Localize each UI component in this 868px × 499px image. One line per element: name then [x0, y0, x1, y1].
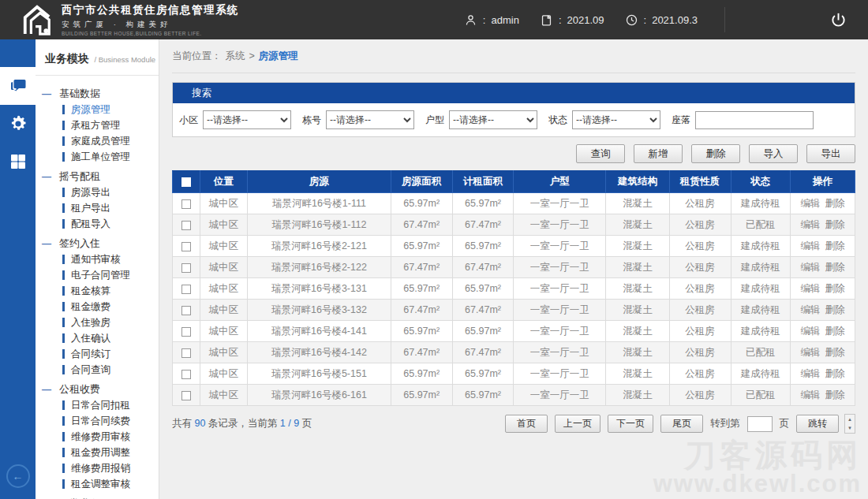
action-删除[interactable]: 删除: [825, 262, 844, 273]
action-编辑[interactable]: 编辑: [800, 262, 820, 273]
table-cell: 67.47m²: [391, 214, 452, 236]
action-编辑[interactable]: 编辑: [800, 240, 820, 251]
action-删除[interactable]: 删除: [825, 389, 844, 400]
page-button-下一页[interactable]: 下一页: [608, 415, 653, 433]
table-cell: 一室一厅一卫: [514, 342, 606, 363]
action-删除[interactable]: 删除: [825, 304, 844, 315]
action-删除[interactable]: 删除: [825, 368, 844, 379]
row-checkbox[interactable]: [181, 242, 191, 251]
row-checkbox[interactable]: [181, 348, 191, 358]
search-panel-title: 搜索: [173, 83, 855, 103]
action-编辑[interactable]: 编辑: [800, 219, 820, 230]
sidebar-item-家庭成员管理[interactable]: 家庭成员管理: [36, 133, 159, 149]
row-actions: 编辑删除: [790, 278, 855, 300]
table-row: 城中区瑞景河畔16号楼1-11267.47m²67.47m²一室一厅一卫混凝土公…: [173, 214, 855, 236]
sidebar-item-维修费用审核[interactable]: 维修费用审核: [36, 429, 159, 445]
header-divider: [724, 7, 725, 32]
location-input[interactable]: [695, 111, 814, 129]
sidebar-item-入住验房[interactable]: 入住验房: [36, 315, 159, 330]
breadcrumb-separator: >: [249, 50, 255, 61]
breadcrumb-current[interactable]: 房源管理: [259, 50, 298, 63]
action-编辑[interactable]: 编辑: [800, 347, 820, 358]
sidebar-item-通知书审核[interactable]: 通知书审核: [36, 251, 159, 267]
menu-group-日常业务[interactable]: —日常业务: [36, 496, 159, 499]
table-cell: 建成待租: [731, 236, 790, 257]
row-checkbox[interactable]: [181, 199, 191, 209]
action-编辑[interactable]: 编辑: [800, 283, 820, 294]
row-checkbox[interactable]: [181, 306, 191, 315]
toolbar-button-导入[interactable]: 导入: [749, 144, 798, 163]
filter-select-户型[interactable]: --请选择--: [449, 110, 537, 129]
action-删除[interactable]: 删除: [825, 198, 844, 209]
action-删除[interactable]: 删除: [825, 240, 844, 251]
menu-group-公租收费[interactable]: —公租收费: [36, 382, 159, 397]
jump-button[interactable]: 跳转: [796, 415, 839, 433]
item-bar-icon: [62, 203, 65, 213]
row-checkbox[interactable]: [181, 327, 191, 337]
sidebar-item-合同续订[interactable]: 合同续订: [36, 346, 159, 362]
action-删除[interactable]: 删除: [825, 219, 844, 230]
sidebar-item-租金调整审核[interactable]: 租金调整审核: [36, 476, 159, 492]
sidebar-item-租金缴费[interactable]: 租金缴费: [36, 299, 159, 315]
action-删除[interactable]: 删除: [825, 347, 844, 358]
logout-power-button[interactable]: [829, 11, 847, 29]
action-删除[interactable]: 删除: [825, 283, 844, 294]
action-编辑[interactable]: 编辑: [800, 389, 820, 400]
action-编辑[interactable]: 编辑: [800, 304, 820, 315]
menu-group-签约入住[interactable]: —签约入住: [36, 236, 159, 251]
row-checkbox[interactable]: [181, 221, 191, 230]
summary-part: 1 / 9: [280, 418, 299, 429]
sidebar-item-房源导出[interactable]: 房源导出: [36, 184, 159, 200]
sidebar-item-施工单位管理[interactable]: 施工单位管理: [36, 149, 159, 165]
toolbar-button-导出[interactable]: 导出: [806, 144, 855, 163]
page-button-尾页[interactable]: 尾页: [660, 415, 703, 433]
row-checkbox[interactable]: [181, 391, 191, 400]
sidebar-item-租户导出[interactable]: 租户导出: [36, 200, 159, 216]
sidebar-item-承租方管理[interactable]: 承租方管理: [36, 117, 159, 133]
sidebar-item-维修费用报销[interactable]: 维修费用报销: [36, 460, 159, 476]
colon: :: [559, 14, 562, 26]
action-编辑[interactable]: 编辑: [800, 368, 820, 379]
sidebar-item-配租导入[interactable]: 配租导入: [36, 216, 159, 232]
table-cell: 65.97m²: [391, 363, 452, 385]
table-cell: 城中区: [200, 321, 248, 342]
page-button-上一页[interactable]: 上一页: [555, 415, 600, 433]
toolbar-button-查询[interactable]: 查询: [576, 144, 625, 163]
rail-item-settings[interactable]: [0, 105, 36, 143]
action-编辑[interactable]: 编辑: [800, 198, 820, 209]
table-header-row: 位置房源房源面积计租面积户型建筑结构租赁性质状态操作: [173, 171, 855, 193]
row-checkbox[interactable]: [181, 285, 191, 294]
select-all-checkbox[interactable]: [181, 177, 191, 187]
page-spinner: ▲▼: [844, 414, 855, 434]
rail-item-business-module[interactable]: [0, 67, 36, 105]
table-cell: 65.97m²: [452, 321, 514, 342]
sidebar-item-电子合同管理[interactable]: 电子合同管理: [36, 267, 159, 283]
row-actions: 编辑删除: [790, 385, 855, 406]
menu-group-基础数据[interactable]: —基础数据: [36, 86, 159, 102]
filter-select-栋号[interactable]: --请选择--: [326, 110, 414, 129]
sidebar-item-入住确认[interactable]: 入住确认: [36, 330, 159, 346]
spinner-up-icon[interactable]: ▲: [845, 415, 855, 424]
sidebar-item-房源管理[interactable]: 房源管理: [36, 102, 159, 117]
action-删除[interactable]: 删除: [825, 326, 844, 337]
action-编辑[interactable]: 编辑: [800, 326, 820, 337]
toolbar-button-新增[interactable]: 新增: [634, 144, 683, 163]
row-checkbox[interactable]: [181, 263, 191, 273]
goto-page-input[interactable]: [747, 416, 773, 432]
filter-select-小区[interactable]: --请选择--: [203, 110, 291, 129]
sidebar-collapse-button[interactable]: ←: [6, 464, 30, 488]
sidebar-item-租金费用调整[interactable]: 租金费用调整: [36, 445, 159, 460]
menu-group-摇号配租[interactable]: —摇号配租: [36, 169, 159, 184]
toolbar-button-删除[interactable]: 删除: [691, 144, 740, 163]
rail-item-modules[interactable]: [0, 143, 36, 181]
table-cell: 公租房: [669, 300, 731, 321]
table-cell: 混凝土: [606, 385, 669, 406]
page-button-首页[interactable]: 首页: [505, 415, 548, 433]
filter-select-状态[interactable]: --请选择--: [572, 110, 660, 129]
sidebar-item-日常合同扣租[interactable]: 日常合同扣租: [36, 397, 159, 413]
sidebar-item-合同查询[interactable]: 合同查询: [36, 362, 159, 378]
row-checkbox[interactable]: [181, 370, 191, 379]
sidebar-item-日常合同续费[interactable]: 日常合同续费: [36, 413, 159, 429]
spinner-down-icon[interactable]: ▼: [845, 424, 855, 434]
sidebar-item-租金核算[interactable]: 租金核算: [36, 283, 159, 299]
